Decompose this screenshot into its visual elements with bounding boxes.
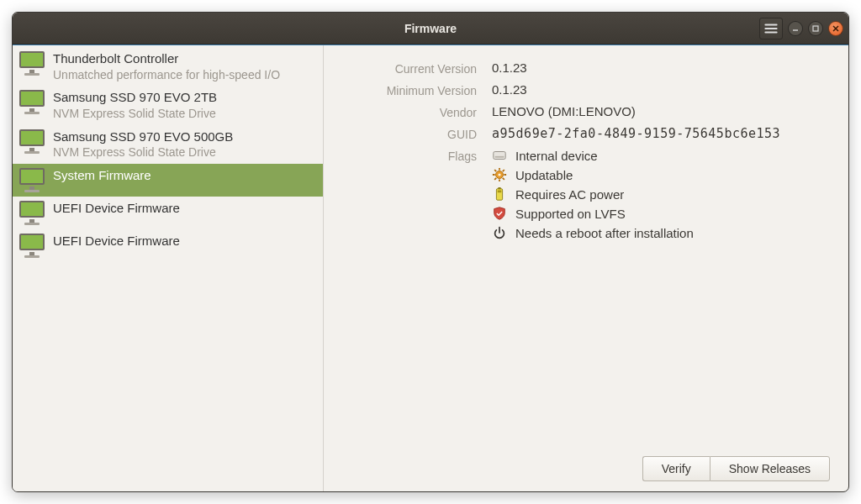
flag-text: Internal device [515,149,598,163]
svg-rect-1 [494,152,505,160]
flag-item: Internal device [492,148,830,163]
gear-icon [492,167,507,182]
detail-pane: Current Version 0.1.23 Minimum Version 0… [324,45,848,491]
label-minimum-version: Minimum Version [342,82,477,97]
device-subtitle: Unmatched performance for high-speed I/O [53,68,318,83]
monitor-icon [18,168,46,193]
device-list[interactable]: Thunderbolt ControllerUnmatched performa… [13,45,324,491]
power-icon [492,225,507,240]
device-subtitle: NVM Express Solid State Drive [53,107,318,122]
window-title: Firmware [404,22,457,35]
drive-icon [492,148,507,163]
svg-rect-2 [495,156,504,158]
monitor-icon [18,129,46,155]
flag-text: Requires AC power [515,187,624,202]
monitor-icon [18,201,46,226]
window-close-button[interactable] [828,21,843,36]
device-row[interactable]: System Firmware [13,164,323,197]
flag-item: Supported on LVFS [492,206,830,221]
footer-actions: Verify Show Releases [342,446,830,481]
device-title: Samsung SSD 970 EVO 2TB [53,90,318,106]
device-row[interactable]: UEFI Device Firmware [13,229,323,262]
svg-rect-0 [813,26,818,31]
hamburger-icon [763,21,779,36]
monitor-icon [18,51,46,76]
device-title: System Firmware [53,168,318,184]
flag-item: Updatable [492,167,830,182]
verify-button[interactable]: Verify [642,456,710,481]
device-title: Thunderbolt Controller [53,51,318,67]
device-row[interactable]: Thunderbolt ControllerUnmatched performa… [13,47,323,86]
titlebar: Firmware [13,13,848,45]
value-current-version: 0.1.23 [492,60,830,75]
label-current-version: Current Version [342,60,477,76]
hamburger-menu-button[interactable] [759,18,783,39]
svg-line-10 [503,178,504,180]
value-guid: a95d69e7-2fa0-4849-9159-75645bc6e153 [492,126,830,141]
device-row[interactable]: Samsung SSD 970 EVO 500GBNVM Express Sol… [13,125,323,164]
flag-text: Updatable [515,168,573,182]
device-row[interactable]: UEFI Device Firmware [13,197,323,229]
monitor-icon [18,90,46,115]
firmware-window: Firmware Thunderbolt ControllerUnmatched… [12,12,849,492]
flag-text: Needs a reboot after installation [515,226,694,240]
device-subtitle: NVM Express Solid State Drive [53,145,318,160]
flags-list: Internal deviceUpdatableRequires AC powe… [492,148,830,240]
maximize-icon [811,24,820,33]
flag-item: Requires AC power [492,186,830,202]
battery-icon [492,186,507,202]
label-guid: GUID [342,126,477,141]
device-title: UEFI Device Firmware [53,201,318,217]
svg-rect-15 [498,191,502,193]
svg-line-9 [494,170,496,171]
device-row[interactable]: Samsung SSD 970 EVO 2TBNVM Express Solid… [13,86,323,124]
minimize-icon [791,24,800,33]
value-minimum-version: 0.1.23 [492,82,830,97]
flag-text: Supported on LVFS [515,207,626,221]
label-vendor: Vendor [342,104,477,119]
window-maximize-button[interactable] [808,21,823,36]
svg-rect-14 [498,187,501,189]
device-title: UEFI Device Firmware [53,234,318,249]
device-title: Samsung SSD 970 EVO 500GB [53,129,318,145]
svg-point-4 [498,173,500,176]
flag-item: Needs a reboot after installation [492,225,830,240]
shield-icon [492,206,507,221]
svg-line-11 [503,170,504,171]
monitor-icon [18,234,46,259]
label-flags: Flags [342,148,477,163]
window-minimize-button[interactable] [788,21,803,36]
close-icon [832,24,840,33]
show-releases-button[interactable]: Show Releases [710,456,830,481]
value-vendor: LENOVO (DMI:LENOVO) [492,104,830,118]
svg-line-12 [494,178,496,180]
